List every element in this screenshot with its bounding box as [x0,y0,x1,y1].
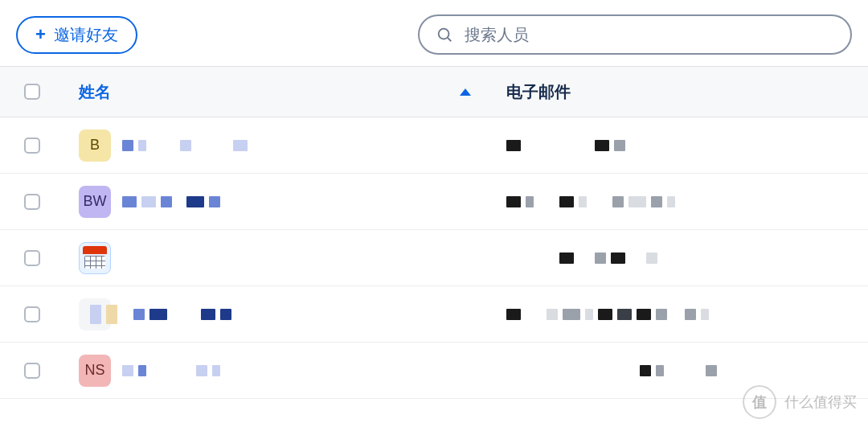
column-header-name[interactable]: 姓名 [64,81,490,103]
avatar-initials: BW [84,193,107,210]
name-redacted [122,365,220,376]
column-header-email-label: 电子邮件 [506,81,571,103]
table-header-row: 姓名 电子邮件 [0,66,868,117]
search-icon [436,26,453,43]
top-bar: + 邀请好友 [0,0,868,66]
table-row[interactable]: B [0,117,868,174]
plus-icon: + [35,26,46,43]
search-input[interactable] [465,26,834,44]
people-table: 姓名 电子邮件 B BW [0,66,868,399]
search-wrap [418,14,852,55]
avatar-initials: NS [84,362,104,379]
row-checkbox[interactable] [24,363,40,379]
invite-friends-button[interactable]: + 邀请好友 [16,16,137,54]
header-checkbox-cell [0,84,64,100]
email-redacted [506,253,657,264]
row-checkbox[interactable] [24,306,40,322]
table-row[interactable] [0,286,868,343]
email-redacted [506,196,675,207]
search-box[interactable] [418,14,852,55]
select-all-checkbox[interactable] [24,84,40,100]
row-checkbox[interactable] [24,138,40,154]
svg-line-1 [448,38,451,41]
table-row[interactable]: BW [0,174,868,230]
email-redacted [506,365,717,376]
avatar: B [79,129,111,162]
avatar: NS [79,355,111,387]
row-checkbox[interactable] [24,250,40,266]
name-redacted [122,196,220,207]
name-redacted [122,140,248,151]
avatar: BW [79,186,111,218]
sort-ascending-icon [460,88,471,96]
svg-point-0 [439,29,449,39]
row-checkbox[interactable] [24,194,40,210]
email-redacted [506,309,709,320]
table-row[interactable] [0,230,868,286]
column-header-name-label: 姓名 [79,81,111,103]
table-row[interactable]: NS [0,343,868,399]
invite-friends-label: 邀请好友 [54,24,118,46]
name-redacted [90,305,231,324]
avatar-calendar-icon [79,242,111,274]
email-redacted [506,140,625,151]
avatar-initials: B [90,137,100,154]
column-header-email[interactable]: 电子邮件 [490,81,868,103]
